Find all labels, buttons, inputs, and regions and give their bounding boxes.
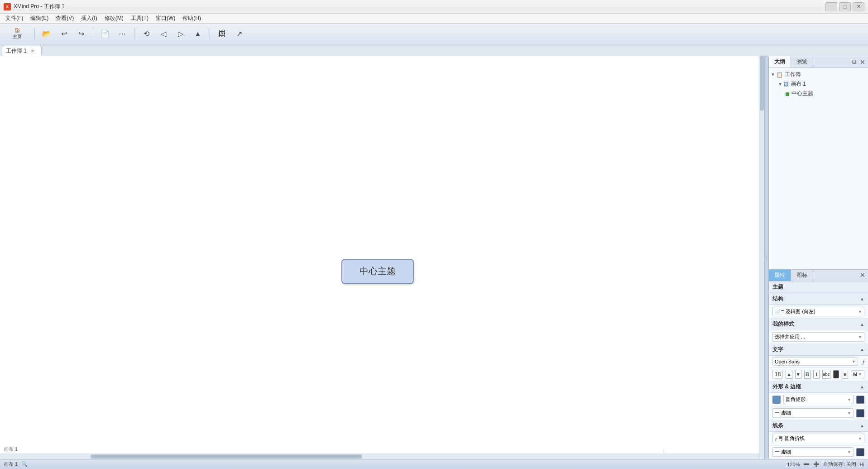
statusbar-right: 120% ➖ ➕ 自动保存: 关闭 Hi bbox=[787, 461, 864, 468]
zoom-level: 120% bbox=[787, 462, 800, 467]
tree-arrow-canvas1[interactable]: ▼ bbox=[778, 82, 782, 87]
undo-button[interactable]: ↩ bbox=[56, 26, 72, 42]
line-width-dropdown[interactable]: 一 虚细 ▼ bbox=[772, 447, 854, 457]
right-panel: 大纲 浏览 ⧉ ✕ ▼ 📋 工作簿 ▼ 🖼 画布 1 bbox=[768, 56, 868, 459]
menu-help[interactable]: 帮助(H) bbox=[179, 14, 205, 23]
font-family-dropdown[interactable]: Open Sans ▼ bbox=[772, 358, 858, 366]
panel-close-icon[interactable]: ✕ bbox=[859, 58, 866, 67]
browse-tab[interactable]: 浏览 bbox=[791, 56, 813, 68]
line-width-row: 一 虚细 ▼ bbox=[769, 445, 868, 459]
redo-button[interactable]: ↪ bbox=[73, 26, 89, 42]
canvas-area[interactable]: 中心主题 画布 1 ⋮ bbox=[0, 56, 765, 459]
icon-tab[interactable]: 图标 bbox=[791, 270, 813, 281]
lines-header-label: 线条 bbox=[772, 422, 783, 430]
properties-panel: 属性 图标 ✕ 主题 结构 ▲ 📄= 逻辑图 (向左) ▼ bbox=[769, 269, 868, 459]
italic-button[interactable]: I bbox=[813, 370, 820, 379]
props-close-button[interactable]: ✕ bbox=[857, 270, 868, 281]
font-script-icon: 𝑓 bbox=[863, 358, 864, 366]
text-more-dropdown[interactable]: M ▼ bbox=[851, 370, 864, 378]
statusbar: 画布 1 🔍 120% ➖ ➕ 自动保存: 关闭 Hi bbox=[0, 459, 868, 469]
toolbar-file-group: 📂 ↩ ↪ bbox=[38, 26, 89, 42]
save-status: 自动保存: 关闭 bbox=[823, 461, 856, 468]
lines-collapse-icon[interactable]: ▲ bbox=[860, 423, 864, 428]
maximize-button[interactable]: □ bbox=[839, 2, 851, 11]
zoom-decrease-button[interactable]: ➖ bbox=[803, 461, 810, 467]
shape-type-dropdown[interactable]: 圆角矩形 ▼ bbox=[783, 395, 854, 404]
zoom-increase-button[interactable]: ➕ bbox=[813, 461, 820, 467]
panel-resize-handle[interactable]: ⋮ bbox=[661, 449, 666, 454]
image-button[interactable]: 🖼 bbox=[214, 26, 230, 42]
font-size-up-button[interactable]: ▲ bbox=[786, 370, 792, 379]
text-collapse-icon[interactable]: ▲ bbox=[860, 347, 864, 352]
arrow-right-button[interactable]: ▷ bbox=[173, 26, 189, 42]
my-style-section-header: 我的样式 ▲ bbox=[769, 319, 868, 330]
minimize-button[interactable]: ─ bbox=[825, 2, 837, 11]
structure-type-label: 逻辑图 (向左) bbox=[786, 308, 858, 315]
structure-collapse-icon[interactable]: ▲ bbox=[860, 296, 864, 301]
tab-workbook1[interactable]: 工作簿 1 ✕ bbox=[2, 46, 42, 56]
rotate-button[interactable]: ⟲ bbox=[138, 26, 154, 42]
border-style-label: 一 虚细 bbox=[775, 410, 847, 416]
align-button[interactable]: ≡ bbox=[842, 370, 848, 379]
my-style-dropdown[interactable]: 选择并应用 ... ▼ bbox=[772, 332, 864, 342]
structure-header-label: 结构 bbox=[772, 295, 783, 303]
menu-window[interactable]: 窗口(W) bbox=[152, 14, 179, 23]
my-style-row: 选择并应用 ... ▼ bbox=[769, 330, 868, 344]
my-style-header-label: 我的样式 bbox=[772, 320, 794, 328]
scrollbar-thumb-horizontal[interactable] bbox=[91, 454, 362, 459]
tree-item-canvas1[interactable]: ▼ 🖼 画布 1 bbox=[771, 79, 866, 89]
more-button[interactable]: ⋯ bbox=[114, 26, 130, 42]
lines-section-header: 线条 ▲ bbox=[769, 420, 868, 432]
menu-tools[interactable]: 工具(T) bbox=[127, 14, 152, 23]
tree-arrow-workbook[interactable]: ▼ bbox=[771, 72, 775, 77]
line-style-dropdown[interactable]: ♪ 弓 圆角折线 ▼ bbox=[772, 434, 864, 443]
central-topic-label: 中心主题 bbox=[360, 265, 396, 277]
outline-tab[interactable]: 大纲 bbox=[769, 56, 791, 68]
shape-type-label: 圆角矩形 bbox=[786, 396, 847, 403]
home-label: 主页 bbox=[13, 34, 22, 40]
shape-fill-color[interactable] bbox=[772, 396, 781, 404]
border-color-swatch[interactable] bbox=[856, 409, 864, 417]
attr-tab[interactable]: 属性 bbox=[769, 270, 791, 281]
template-button[interactable]: 📄 bbox=[97, 26, 113, 42]
tree-item-central[interactable]: ◼ 中心主题 bbox=[771, 89, 866, 98]
tab-close-button[interactable]: ✕ bbox=[29, 48, 36, 54]
shape-border-color[interactable] bbox=[856, 396, 864, 404]
scrollbar-thumb-vertical[interactable] bbox=[760, 56, 764, 111]
open-button[interactable]: 📂 bbox=[38, 26, 55, 42]
underline-button[interactable]: abc bbox=[822, 370, 830, 379]
line-color-swatch[interactable] bbox=[856, 448, 864, 456]
filter-icon[interactable]: 🔍 bbox=[21, 461, 28, 467]
font-size-down-button[interactable]: ▼ bbox=[795, 370, 801, 379]
menu-edit[interactable]: 编辑(E) bbox=[27, 14, 52, 23]
menu-insert[interactable]: 插入(I) bbox=[77, 14, 101, 23]
text-more-label: M bbox=[853, 372, 857, 377]
menu-modify[interactable]: 修改(M) bbox=[101, 14, 127, 23]
font-size-value[interactable]: 18 bbox=[772, 370, 783, 379]
menu-file[interactable]: 文件(F) bbox=[2, 14, 27, 23]
tabbar: 工作簿 1 ✕ bbox=[0, 44, 868, 56]
arrow-left-button[interactable]: ◁ bbox=[155, 26, 172, 42]
canvas1-label: 画布 1 bbox=[791, 80, 806, 88]
central-topic-node[interactable]: 中心主题 bbox=[341, 259, 414, 284]
home-button[interactable]: 🏠 主页 bbox=[4, 26, 31, 42]
shape-header-label: 外形 & 边框 bbox=[772, 383, 801, 391]
bold-button[interactable]: B bbox=[804, 370, 810, 379]
export-button[interactable]: ↗ bbox=[231, 26, 247, 42]
canvas-scrollbar-bottom[interactable] bbox=[0, 454, 759, 459]
structure-type-dropdown[interactable]: 📄= 逻辑图 (向左) ▼ bbox=[772, 307, 864, 316]
workbook-icon: 📋 bbox=[776, 72, 783, 78]
right-panel-separator[interactable]: ⋮ bbox=[765, 56, 768, 459]
close-button[interactable]: ✕ bbox=[853, 2, 864, 11]
shape-collapse-icon[interactable]: ▲ bbox=[860, 384, 864, 389]
text-color-swatch[interactable] bbox=[833, 370, 839, 378]
menu-view[interactable]: 查看(V) bbox=[52, 14, 77, 23]
border-style-dropdown[interactable]: 一 虚细 ▼ bbox=[772, 408, 854, 418]
tree-item-workbook[interactable]: ▼ 📋 工作簿 bbox=[771, 70, 866, 79]
panel-window-icon[interactable]: ⧉ bbox=[851, 57, 857, 67]
right-panel-icons: ⧉ ✕ bbox=[851, 57, 868, 67]
arrow-up-button[interactable]: ▲ bbox=[190, 26, 206, 42]
theme-header-label: 主题 bbox=[772, 283, 783, 291]
canvas-scrollbar-right[interactable] bbox=[759, 56, 764, 459]
my-style-collapse-icon[interactable]: ▲ bbox=[860, 322, 864, 327]
